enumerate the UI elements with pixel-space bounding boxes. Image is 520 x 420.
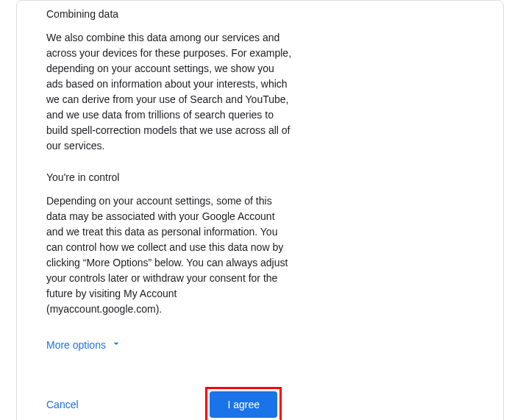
content-column: Combining data We also combine this data… [46,1,293,420]
control-heading: You're in control [46,171,293,183]
privacy-card: Combining data We also combine this data… [16,0,504,420]
cancel-button[interactable]: Cancel [46,399,79,410]
agree-button[interactable]: I agree [210,391,277,418]
agree-highlight: I agree [205,387,282,420]
chevron-down-icon [106,338,122,352]
combining-text: We also combine this data among our serv… [46,30,293,154]
control-text: Depending on your account settings, some… [46,193,293,317]
more-options-toggle[interactable]: More options [46,338,122,352]
combining-heading: Combining data [46,1,293,20]
action-row: Cancel I agree [46,387,282,420]
more-options-label: More options [46,339,106,351]
